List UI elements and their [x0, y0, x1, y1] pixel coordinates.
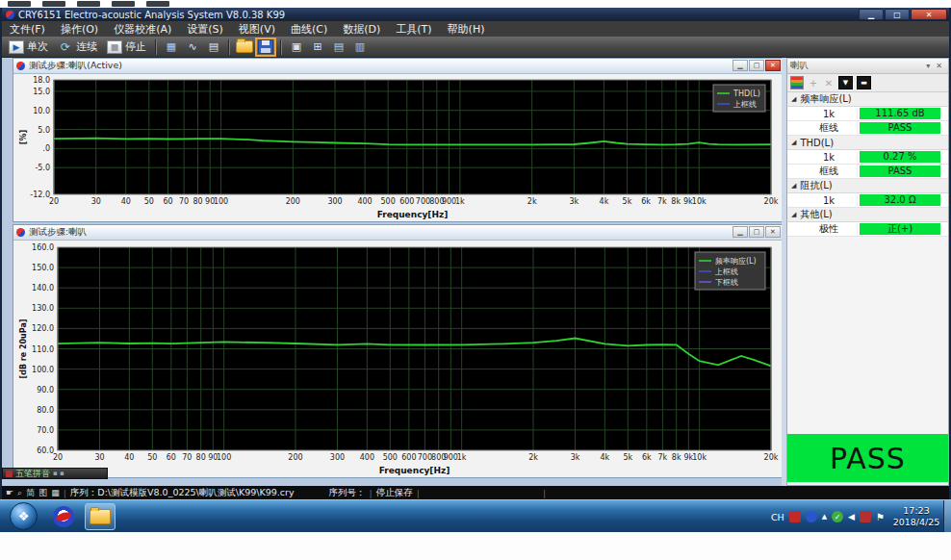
layout-columns-icon[interactable]: ▥	[351, 39, 369, 55]
start-button[interactable]: ❖	[10, 502, 38, 530]
chart-window-fr-titlebar[interactable]: 测试步骤:喇叭 ▁ □ ✕	[13, 225, 783, 241]
ime-toolbar[interactable]: 五笔拼音 ▪ ▪	[2, 468, 108, 479]
screen-edge	[0, 532, 951, 560]
ime-keyboard-icon[interactable]: ▦	[51, 488, 60, 497]
chart-window-fr[interactable]: 测试步骤:喇叭 ▁ □ ✕ 160.0150.0140.0130.0120.01…	[13, 224, 784, 478]
chart-window-title: 测试步骤:喇叭(Active)	[29, 60, 122, 72]
section-frequency-response[interactable]: ◢ 频率响应(L)	[787, 92, 948, 107]
result-value: PASS	[860, 122, 940, 134]
close-button[interactable]: ✕	[765, 226, 781, 238]
svg-text:120.0: 120.0	[32, 324, 54, 333]
toolbar-separator	[155, 39, 157, 55]
open-folder-icon[interactable]	[236, 39, 253, 55]
show-hidden-icons[interactable]: ▲	[822, 513, 827, 521]
layout-rows-icon[interactable]: ▤	[330, 39, 347, 55]
security-shield-icon[interactable]: ✓	[832, 511, 843, 522]
svg-text:70: 70	[179, 197, 189, 206]
export-report-icon[interactable]: ▤	[205, 39, 222, 55]
menu-curve[interactable]: 曲线(C)	[283, 21, 335, 37]
svg-text:70.0: 70.0	[37, 426, 54, 435]
taskbar-app-cry6151[interactable]	[48, 503, 79, 530]
serial-path: D:\测试模版V8.0_0225\喇叭测试\K99\K99.cry	[97, 487, 294, 499]
svg-text:上框线: 上框线	[714, 267, 738, 276]
clock[interactable]: 17:23 2018/4/25	[889, 505, 943, 528]
svg-text:4k: 4k	[600, 197, 609, 206]
results-panel-header[interactable]: 喇叭 ▾ ✕	[787, 59, 948, 74]
results-panel-title: 喇叭	[790, 60, 809, 72]
frequency-response-chart: 160.0150.0140.0130.0120.0110.0100.090.08…	[15, 242, 781, 477]
svg-text:2k: 2k	[528, 453, 538, 462]
collapse-all-icon[interactable]: ▬	[857, 76, 871, 89]
title-bar[interactable]: CRY6151 Electro-acoustic Analysis System…	[2, 8, 949, 21]
remove-icon[interactable]: ✕	[823, 78, 835, 89]
result-row: 1k 32.0 Ω	[787, 193, 948, 208]
section-other[interactable]: ◢ 其他(L)	[787, 208, 948, 222]
menu-tools[interactable]: 工具(T)	[388, 21, 439, 37]
taskbar: ❖ CH ▲ ✓ ◀ ⚑ 17:23 2018/4/25	[0, 499, 951, 532]
window-title: CRY6151 Electro-acoustic Analysis System…	[18, 10, 285, 20]
run-single-button[interactable]: ▶ 单次	[6, 38, 51, 55]
results-table: ◢ 频率响应(L) 1k 111.65 dB 框线 PASS ◢ THD(L) …	[787, 92, 948, 237]
menu-file[interactable]: 文件(F)	[2, 21, 53, 37]
ime-tray-icon[interactable]	[789, 511, 801, 522]
action-center-flag-icon[interactable]: ⚑	[876, 512, 885, 522]
menu-data[interactable]: 数据(D)	[335, 21, 388, 37]
section-thd[interactable]: ◢ THD(L)	[787, 136, 948, 150]
close-icon[interactable]: ✕	[933, 62, 945, 70]
ime-simplified-icon[interactable]: 简	[26, 487, 35, 499]
sync-tray-icon[interactable]	[860, 511, 871, 522]
svg-text:8k: 8k	[671, 197, 681, 206]
svg-text:700: 700	[418, 453, 432, 462]
maximize-button[interactable]: □	[885, 9, 910, 20]
pin-icon[interactable]: ▾	[923, 62, 933, 70]
section-impedance[interactable]: ◢ 阻抗(L)	[787, 179, 948, 193]
svg-text:130.0: 130.0	[32, 304, 54, 313]
svg-text:10k: 10k	[692, 453, 707, 462]
ime-search-icon[interactable]: ⌕	[17, 488, 22, 498]
menu-calibrate[interactable]: 仪器校准(A)	[106, 21, 179, 37]
menu-settings[interactable]: 设置(S)	[179, 21, 231, 37]
minimize-button[interactable]: ▁	[733, 226, 748, 238]
tray-date: 2018/4/25	[889, 517, 943, 528]
maximize-button[interactable]: □	[749, 60, 764, 71]
curve-config-icon[interactable]: ∿	[184, 39, 201, 55]
results-list-icon[interactable]	[790, 76, 804, 89]
app-icon	[6, 11, 14, 19]
add-window-icon[interactable]: ▣	[288, 39, 305, 55]
language-indicator[interactable]: CH	[771, 512, 784, 522]
svg-text:110.0: 110.0	[32, 345, 54, 354]
result-row: 1k 111.65 dB	[787, 107, 948, 121]
svg-text:20k: 20k	[764, 453, 779, 462]
minimize-button[interactable]: ▁	[859, 9, 884, 20]
chart-window-thd-titlebar[interactable]: 测试步骤:喇叭(Active) ▁ □ ✕	[13, 59, 783, 74]
close-button[interactable]: ✕	[911, 9, 947, 20]
svg-text:-5.0: -5.0	[35, 164, 50, 172]
svg-text:6k: 6k	[642, 453, 652, 462]
window-fragment	[77, 1, 100, 7]
volume-icon[interactable]: ◀	[848, 512, 855, 522]
add-chart-icon[interactable]: ⊞	[309, 39, 326, 55]
minimize-button[interactable]: ▁	[733, 60, 748, 71]
expand-all-icon[interactable]: ▼	[838, 76, 853, 89]
app-tray-icon[interactable]	[806, 511, 817, 522]
stop-button[interactable]: ■ 停止	[104, 38, 149, 55]
svg-text:30: 30	[91, 197, 101, 206]
chart-window-thd[interactable]: 测试步骤:喇叭(Active) ▁ □ ✕ 18.015.010.05.0.0-…	[13, 58, 784, 222]
settings-grid-icon[interactable]: ▦	[163, 39, 180, 55]
save-icon[interactable]	[257, 39, 274, 55]
show-desktop-button[interactable]	[943, 500, 951, 533]
ime-hand-icon[interactable]: ☛	[6, 488, 13, 497]
taskbar-app-explorer[interactable]	[85, 503, 116, 530]
close-button[interactable]: ✕	[765, 60, 781, 71]
menu-operate[interactable]: 操作(O)	[53, 21, 106, 37]
menu-view[interactable]: 视图(V)	[231, 21, 283, 37]
svg-text:1k: 1k	[455, 197, 465, 206]
maximize-button[interactable]: □	[749, 226, 764, 238]
thd-chart: 18.015.010.05.0.0-5.0-12.020304050607080…	[15, 75, 781, 221]
run-continuous-button[interactable]: ⟳ 连续	[55, 38, 100, 55]
ime-symbol-icon[interactable]: 图	[39, 487, 47, 499]
menu-help[interactable]: 帮助(H)	[440, 21, 493, 37]
add-icon[interactable]: +	[808, 78, 819, 89]
svg-text:500: 500	[383, 453, 398, 462]
tree-triangle-icon: ◢	[791, 95, 796, 103]
